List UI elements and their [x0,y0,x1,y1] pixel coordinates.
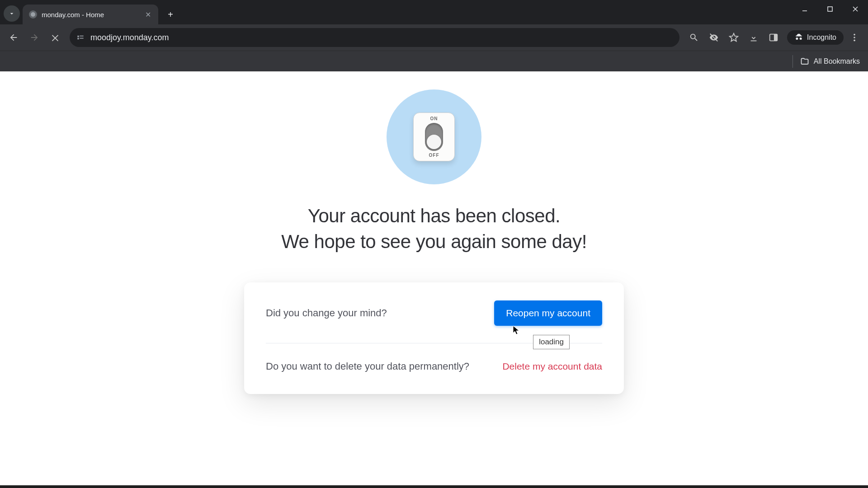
window-maximize-button[interactable] [817,0,843,18]
svg-point-9 [854,37,855,38]
incognito-chip[interactable]: Incognito [787,30,844,45]
switch-illustration: ON OFF [413,113,455,161]
svg-point-8 [854,34,855,36]
tab-title: monday.com - Home [42,11,139,19]
delete-prompt: Do you want to delete your data permanen… [266,361,469,372]
svg-rect-2 [828,7,832,11]
downloads-icon[interactable] [745,28,763,47]
page-content: ON OFF Your account has been closed. We … [0,71,868,488]
switch-off-label: OFF [429,153,439,158]
svg-point-10 [854,40,855,42]
reopen-account-button[interactable]: Reopen my account [494,300,602,326]
side-panel-icon[interactable] [764,28,783,47]
switch-track [425,123,443,151]
nav-back-button[interactable] [5,28,23,47]
window-minimize-button[interactable] [792,0,817,18]
site-settings-icon[interactable] [76,33,85,42]
headline-line1: Your account has been closed. [308,205,560,226]
reopen-prompt: Did you change your mind? [266,307,387,319]
os-taskbar-sliver [0,485,868,488]
switch-knob [427,135,441,149]
address-bar-url: moodjoy.monday.com [90,33,169,42]
browser-menu-button[interactable] [845,28,863,47]
hero-illustration: ON OFF [387,89,481,184]
mouse-cursor-icon [513,325,520,335]
bookmarks-bar: All Bookmarks [0,51,868,71]
all-bookmarks-button[interactable]: All Bookmarks [800,57,860,66]
loading-tooltip: loading [533,335,570,349]
browser-chrome: monday.com - Home ✕ + moodjoy.monday.com… [0,0,868,71]
window-controls [792,0,868,24]
tracking-blocked-icon[interactable] [705,28,723,47]
tab-search-button[interactable] [4,5,20,22]
svg-point-0 [31,12,35,17]
folder-icon [800,57,809,66]
switch-on-label: ON [430,116,438,121]
actions-card: Did you change your mind? Reopen my acco… [244,282,624,394]
svg-rect-7 [774,34,777,41]
zoom-icon[interactable] [685,28,703,47]
headline-line2: We hope to see you again some day! [281,231,587,252]
nav-stop-button[interactable] [46,28,64,47]
tab-strip: monday.com - Home ✕ + [0,0,868,24]
delete-account-data-link[interactable]: Delete my account data [502,361,602,372]
new-tab-button[interactable]: + [163,7,178,22]
bookmarks-separator [793,55,793,68]
tab-close-button[interactable]: ✕ [144,10,152,19]
incognito-icon [794,33,803,42]
all-bookmarks-label: All Bookmarks [814,57,860,66]
tab-favicon [29,10,37,19]
browser-toolbar: moodjoy.monday.com Incognito [0,24,868,51]
nav-forward-button[interactable] [25,28,43,47]
toolbar-right-icons: Incognito [685,28,863,47]
incognito-label: Incognito [807,33,836,42]
browser-tab[interactable]: monday.com - Home ✕ [23,5,158,24]
bookmark-star-icon[interactable] [725,28,743,47]
page-headline: Your account has been closed. We hope to… [281,203,587,254]
reopen-row: Did you change your mind? Reopen my acco… [266,300,602,343]
address-bar[interactable]: moodjoy.monday.com [70,28,679,47]
window-close-button[interactable] [843,0,868,18]
